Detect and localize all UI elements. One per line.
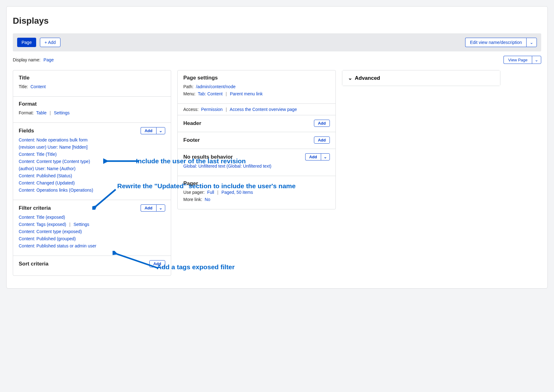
- footer-heading: Footer: [183, 137, 200, 143]
- noresults-heading: No results behavior: [183, 154, 233, 160]
- header-heading: Header: [183, 120, 201, 127]
- path-value[interactable]: /admin/content/node: [196, 84, 236, 89]
- pager-use-value[interactable]: Full: [207, 190, 214, 195]
- add-display-button[interactable]: + Add: [40, 38, 60, 47]
- format-value[interactable]: Table: [36, 110, 46, 115]
- noresults-add-button[interactable]: Add: [305, 153, 321, 160]
- tab-page[interactable]: Page: [17, 38, 36, 47]
- access-value[interactable]: Permission: [201, 107, 223, 112]
- column-3: ⌄ Advanced: [342, 70, 500, 86]
- title-value[interactable]: Content: [31, 84, 46, 89]
- parent-menu-link[interactable]: Parent menu link: [230, 91, 263, 96]
- filter-item-tags[interactable]: Content: Tags (exposed): [19, 222, 66, 227]
- edit-view-name-dropdown[interactable]: ⌄: [526, 38, 537, 47]
- title-heading: Title: [19, 75, 30, 81]
- filter-tags-settings[interactable]: Settings: [74, 222, 89, 227]
- pager-heading: Pager: [183, 180, 198, 187]
- format-label: Format:: [19, 110, 34, 115]
- sort-add-button[interactable]: Add: [149, 260, 165, 267]
- filter-item[interactable]: Content: Title (exposed): [19, 215, 65, 220]
- pager-paged-value[interactable]: Paged, 50 items: [221, 190, 253, 195]
- format-heading: Format: [19, 101, 37, 107]
- title-label: Title:: [19, 84, 28, 89]
- format-settings[interactable]: Settings: [54, 110, 70, 115]
- column-1: Title Title: Content Format Format: Tabl…: [13, 70, 171, 276]
- chevron-down-icon: ⌄: [159, 206, 162, 210]
- noresults-item[interactable]: Global: Unfiltered text (Global: Unfilte…: [183, 164, 271, 169]
- pager-use-label: Use pager:: [183, 190, 205, 195]
- field-item[interactable]: (author) User: Name (Author): [19, 166, 75, 171]
- displays-tab-bar: Page + Add Edit view name/description ⌄: [13, 33, 541, 51]
- chevron-down-icon: ⌄: [324, 155, 327, 159]
- chevron-down-icon: ⌄: [348, 75, 352, 81]
- footer-add-button[interactable]: Add: [314, 136, 330, 144]
- access-label: Access:: [183, 107, 199, 112]
- menu-value[interactable]: Tab: Content: [198, 91, 223, 96]
- field-item[interactable]: Content: Published (Status): [19, 173, 72, 178]
- fields-add-button[interactable]: Add: [141, 127, 156, 134]
- fields-add-dropdown[interactable]: ⌄: [156, 127, 165, 134]
- field-item[interactable]: Content: Content type (Content type): [19, 159, 90, 164]
- pager-more-label: More link:: [183, 197, 202, 202]
- edit-view-name-button[interactable]: Edit view name/description: [465, 38, 526, 47]
- field-item-changed[interactable]: Content: Changed (Updated): [19, 180, 75, 185]
- display-name-value[interactable]: Page: [44, 57, 54, 62]
- fields-heading: Fields: [19, 128, 34, 134]
- view-page-button[interactable]: View Page: [503, 56, 532, 64]
- field-item[interactable]: Content: Node operations bulk form: [19, 137, 88, 142]
- field-item-revision-user[interactable]: (revision user) User: Name [hidden]: [19, 145, 88, 150]
- header-add-button[interactable]: Add: [314, 120, 330, 127]
- column-2: Page settings Path: /admin/content/node …: [177, 70, 336, 209]
- page-title: Displays: [13, 16, 541, 26]
- sort-heading: Sort criteria: [19, 261, 48, 267]
- access-page-link[interactable]: Access the Content overview page: [230, 107, 297, 112]
- filter-item[interactable]: Content: Published status or admin user: [19, 243, 96, 248]
- advanced-toggle[interactable]: ⌄ Advanced: [342, 70, 500, 86]
- chevron-down-icon: ⌄: [530, 40, 533, 45]
- pager-more-value[interactable]: No: [205, 197, 210, 202]
- filter-add-button[interactable]: Add: [141, 204, 156, 212]
- filter-item[interactable]: Content: Published (grouped): [19, 236, 76, 241]
- filter-add-dropdown[interactable]: ⌄: [156, 204, 165, 212]
- display-name-label: Display name:: [13, 57, 41, 62]
- chevron-down-icon: ⌄: [159, 128, 162, 133]
- noresults-add-dropdown[interactable]: ⌄: [321, 153, 330, 160]
- path-label: Path:: [183, 84, 194, 89]
- view-page-dropdown[interactable]: ⌄: [532, 56, 541, 64]
- page-settings-heading: Page settings: [183, 75, 218, 81]
- advanced-label: Advanced: [355, 75, 380, 81]
- filter-heading: Filter criteria: [19, 205, 51, 211]
- field-item[interactable]: Content: Title (Title): [19, 152, 57, 157]
- field-item[interactable]: Content: Operations links (Operations): [19, 188, 93, 193]
- menu-label: Menu:: [183, 91, 195, 96]
- filter-item[interactable]: Content: Content type (exposed): [19, 229, 82, 234]
- chevron-down-icon: ⌄: [535, 57, 538, 62]
